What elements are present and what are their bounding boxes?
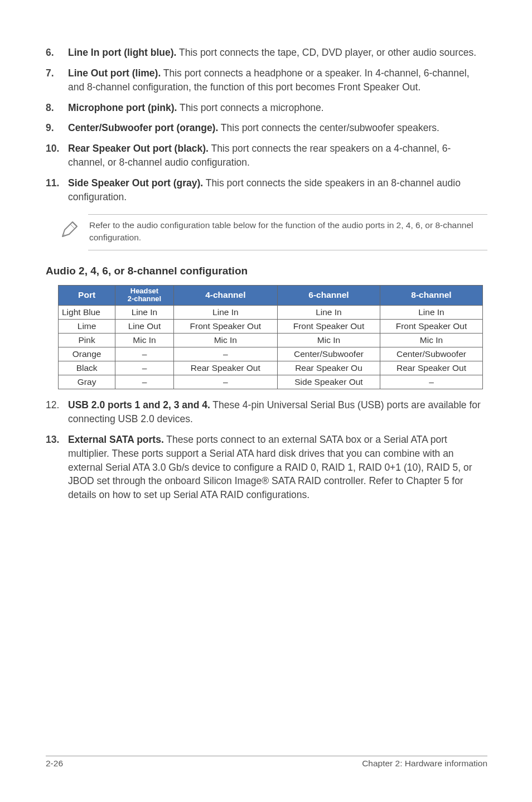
item-number: 12. [46, 398, 68, 426]
th-4ch: 4-channel [173, 285, 277, 306]
cell-port: Light Blue [59, 306, 115, 320]
th-8ch: 8-channel [380, 285, 482, 306]
page-number: 2-26 [46, 758, 63, 769]
chapter-label: Chapter 2: Hardware information [362, 758, 487, 769]
cell: Side Speaker Out [277, 375, 380, 389]
item-number: 10. [46, 142, 68, 170]
item-text: Line In port (light blue). This port con… [68, 46, 487, 60]
cell: – [173, 375, 277, 389]
cell: Line In [277, 306, 380, 320]
cell: Front Speaker Out [277, 320, 380, 334]
list-item: 9. Center/Subwoofer port (orange). This … [46, 121, 487, 135]
table-heading: Audio 2, 4, 6, or 8-channel configuratio… [46, 265, 487, 277]
port-list-lower: 12. USB 2.0 ports 1 and 2, 3 and 4. Thes… [46, 398, 487, 502]
cell-port: Gray [59, 375, 115, 389]
cell: Front Speaker Out [173, 320, 277, 334]
cell-port: Pink [59, 334, 115, 347]
note-pencil-icon [58, 219, 86, 243]
th-port: Port [59, 285, 115, 306]
svg-line-1 [70, 224, 75, 229]
table-row: Orange – – Center/Subwoofer Center/Subwo… [59, 347, 483, 361]
cell: Center/Subwoofer [380, 347, 482, 361]
cell: Line In [173, 306, 277, 320]
cell: Front Speaker Out [380, 320, 482, 334]
list-item: 10. Rear Speaker Out port (black). This … [46, 142, 487, 170]
note-callout: Refer to the audio configuration table b… [46, 214, 487, 250]
cell: Line Out [115, 320, 173, 334]
cell-port: Black [59, 361, 115, 375]
table-row: Black – Rear Speaker Out Rear Speaker Ou… [59, 361, 483, 375]
item-number: 7. [46, 66, 68, 94]
cell: Line In [380, 306, 482, 320]
list-item: 11. Side Speaker Out port (gray). This p… [46, 176, 487, 204]
item-number: 8. [46, 101, 68, 115]
cell: – [173, 347, 277, 361]
page-footer: 2-26 Chapter 2: Hardware information [46, 756, 487, 769]
item-number: 13. [46, 433, 68, 502]
cell: – [380, 375, 482, 389]
audio-config-table: Port Headset2-channel 4-channel 6-channe… [58, 285, 483, 390]
list-item: 12. USB 2.0 ports 1 and 2, 3 and 4. Thes… [46, 398, 487, 426]
cell: Rear Speaker Ou [277, 361, 380, 375]
item-text: USB 2.0 ports 1 and 2, 3 and 4. These 4-… [68, 398, 487, 426]
item-text: Microphone port (pink). This port connec… [68, 101, 487, 115]
cell-port: Orange [59, 347, 115, 361]
item-text: Center/Subwoofer port (orange). This por… [68, 121, 487, 135]
item-text: External SATA ports. These ports connect… [68, 433, 487, 502]
table-row: Lime Line Out Front Speaker Out Front Sp… [59, 320, 483, 334]
note-text: Refer to the audio configuration table b… [88, 214, 487, 250]
table-row: Light Blue Line In Line In Line In Line … [59, 306, 483, 320]
table-row: Gray – – Side Speaker Out – [59, 375, 483, 389]
cell-port: Lime [59, 320, 115, 334]
item-number: 9. [46, 121, 68, 135]
th-headset: Headset2-channel [115, 285, 173, 306]
cell: Mic In [277, 334, 380, 347]
cell: – [115, 347, 173, 361]
cell: Line In [115, 306, 173, 320]
list-item: 6. Line In port (light blue). This port … [46, 46, 487, 60]
svg-line-0 [72, 222, 77, 226]
item-text: Line Out port (lime). This port connects… [68, 66, 487, 94]
item-number: 6. [46, 46, 68, 60]
item-text: Rear Speaker Out port (black). This port… [68, 142, 487, 170]
list-item: 8. Microphone port (pink). This port con… [46, 101, 487, 115]
item-text: Side Speaker Out port (gray). This port … [68, 176, 487, 204]
cell: Mic In [115, 334, 173, 347]
cell: Rear Speaker Out [380, 361, 482, 375]
port-list-upper: 6. Line In port (light blue). This port … [46, 46, 487, 204]
item-number: 11. [46, 176, 68, 204]
cell: – [115, 361, 173, 375]
cell: – [115, 375, 173, 389]
list-item: 13. External SATA ports. These ports con… [46, 433, 487, 502]
th-6ch: 6-channel [277, 285, 380, 306]
table-row: Pink Mic In Mic In Mic In Mic In [59, 334, 483, 347]
cell: Center/Subwoofer [277, 347, 380, 361]
cell: Mic In [173, 334, 277, 347]
list-item: 7. Line Out port (lime). This port conne… [46, 66, 487, 94]
cell: Rear Speaker Out [173, 361, 277, 375]
cell: Mic In [380, 334, 482, 347]
